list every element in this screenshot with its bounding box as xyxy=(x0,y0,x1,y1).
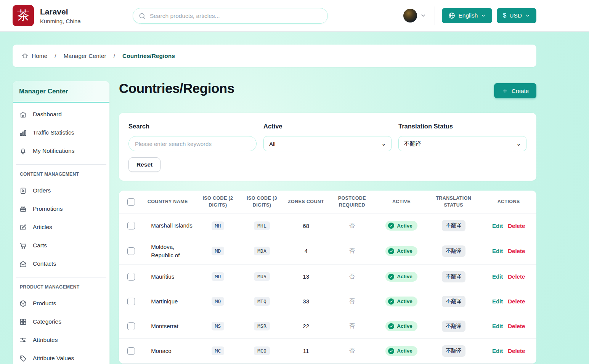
globe-icon xyxy=(448,12,456,19)
delete-link[interactable]: Delete xyxy=(508,348,525,354)
reset-button[interactable]: Reset xyxy=(128,157,160,172)
sidebar-item-label: Dashboard xyxy=(33,111,62,118)
cube-icon xyxy=(19,300,27,308)
column-header-iso3: ISO CODE (3 DIGITS) xyxy=(239,191,285,213)
sidebar-item-contacts[interactable]: Contacts xyxy=(13,255,109,273)
check-circle-icon xyxy=(388,223,394,229)
translation-status-select[interactable]: 不翻译 ⌄ xyxy=(398,136,526,151)
language-button[interactable]: English xyxy=(442,8,493,23)
sidebar-section-product-management: PRODUCT MANAGEMENT xyxy=(13,282,109,294)
delete-link[interactable]: Delete xyxy=(508,273,525,280)
check-circle-icon xyxy=(388,348,394,354)
row-checkbox[interactable] xyxy=(127,222,135,229)
breadcrumb-home[interactable]: Home xyxy=(22,53,47,59)
edit-link[interactable]: Edit xyxy=(492,273,503,280)
page-title: Countries/Regions xyxy=(119,81,234,96)
breadcrumb-separator: / xyxy=(55,53,56,59)
iso2-badge: MH xyxy=(212,221,225,230)
receipt-percent-icon xyxy=(19,187,27,195)
delete-link[interactable]: Delete xyxy=(508,298,525,305)
header-divider xyxy=(435,6,435,25)
edit-link[interactable]: Edit xyxy=(492,223,503,229)
keywords-input[interactable] xyxy=(128,136,257,151)
sidebar-divider xyxy=(16,164,106,165)
edit-link[interactable]: Edit xyxy=(492,323,503,329)
iso2-badge: MC xyxy=(212,346,225,355)
table-header-row: COUNTRY NAME ISO CODE (2 DIGITS) ISO COD… xyxy=(119,191,536,213)
zones-count: 22 xyxy=(284,314,327,338)
active-select[interactable]: All ⌄ xyxy=(263,136,392,151)
sidebar-item-label: Orders xyxy=(33,187,51,194)
country-name: Martinique xyxy=(139,289,196,314)
sidebar-item-label: Traffic Statistics xyxy=(33,129,74,136)
country-name: Malta xyxy=(139,363,196,364)
sidebar-item-traffic-statistics[interactable]: Traffic Statistics xyxy=(13,123,109,142)
table-row: Marshall Islands MH MHL 68 否 Active 不翻译 … xyxy=(119,213,536,238)
row-checkbox[interactable] xyxy=(127,322,135,330)
global-search xyxy=(133,8,328,24)
iso2-badge: MD xyxy=(212,247,225,255)
table-row: Montserrat MS MSR 22 否 Active 不翻译 EditDe… xyxy=(119,314,536,338)
app-logo[interactable]: 茶 xyxy=(13,5,34,26)
check-circle-icon xyxy=(388,248,394,254)
sidebar-item-products[interactable]: Products xyxy=(13,294,109,313)
column-header-postcode-required: POSTCODE REQUIRED xyxy=(327,191,377,213)
sidebar-item-articles[interactable]: Articles xyxy=(13,218,109,236)
postcode-required-value: 否 xyxy=(349,298,355,304)
postcode-required-value: 否 xyxy=(349,273,355,279)
chevron-down-icon: ⌄ xyxy=(517,141,521,147)
create-button[interactable]: Create xyxy=(494,83,536,98)
avatar[interactable] xyxy=(403,9,417,22)
currency-button[interactable]: $ USD xyxy=(497,8,536,23)
country-name: Monaco xyxy=(139,338,196,363)
sidebar-item-carts[interactable]: Carts xyxy=(13,236,109,255)
edit-link[interactable]: Edit xyxy=(492,348,503,354)
row-checkbox[interactable] xyxy=(127,247,135,255)
table-row: Mauritius MU MUS 13 否 Active 不翻译 EditDel… xyxy=(119,264,536,289)
search-input[interactable] xyxy=(150,13,322,19)
row-checkbox[interactable] xyxy=(127,273,135,281)
status-label: Active xyxy=(397,323,412,329)
sidebar-section-content-management: CONTENT MANAGEMENT xyxy=(13,169,109,181)
delete-link[interactable]: Delete xyxy=(508,248,525,254)
language-label: English xyxy=(459,12,478,19)
filter-panel: Search Active All ⌄ Translation Status xyxy=(119,113,536,181)
breadcrumb-manager-center[interactable]: Manager Center xyxy=(64,53,106,59)
zones-count: 33 xyxy=(284,289,327,314)
translation-filter-label: Translation Status xyxy=(398,123,526,130)
status-badge: Active xyxy=(385,246,417,256)
row-checkbox[interactable] xyxy=(127,298,135,305)
countries-table-card: COUNTRY NAME ISO CODE (2 DIGITS) ISO COD… xyxy=(119,191,536,364)
chevron-down-icon xyxy=(525,13,530,18)
row-checkbox[interactable] xyxy=(127,347,135,355)
sidebar-nav: Dashboard Traffic Statistics My Notifica… xyxy=(13,103,109,364)
filter-translation-group: Translation Status 不翻译 ⌄ xyxy=(398,123,526,151)
iso2-badge: MS xyxy=(212,322,225,330)
sidebar-item-categories[interactable]: Categories xyxy=(13,313,109,331)
sidebar-item-attribute-values[interactable]: Attribute Values xyxy=(13,349,109,364)
avatar-menu-toggle[interactable] xyxy=(420,13,426,19)
delete-link[interactable]: Delete xyxy=(508,223,525,229)
edit-link[interactable]: Edit xyxy=(492,248,503,254)
sidebar-item-orders[interactable]: Orders xyxy=(13,181,109,200)
sidebar-item-label: Contacts xyxy=(33,260,56,267)
sidebar-item-my-notifications[interactable]: My Notifications xyxy=(13,142,109,160)
sidebar-item-dashboard[interactable]: Dashboard xyxy=(13,105,109,123)
iso3-badge: MSR xyxy=(254,322,270,330)
sidebar-item-promotions[interactable]: Promotions xyxy=(13,200,109,218)
search-icon xyxy=(138,12,146,20)
grid-icon xyxy=(19,318,27,326)
select-all-checkbox[interactable] xyxy=(127,198,135,206)
sidebar-divider xyxy=(16,277,106,277)
delete-link[interactable]: Delete xyxy=(508,323,525,329)
sidebar-item-attributes[interactable]: Attributes xyxy=(13,331,109,349)
sidebar-item-label: Carts xyxy=(33,242,47,249)
iso3-badge: MUS xyxy=(254,272,270,281)
translation-status-badge: 不翻译 xyxy=(442,296,466,307)
brand-block: Laravel Kunming, China xyxy=(40,7,81,24)
home-icon xyxy=(22,53,28,59)
page-body: Home / Manager Center / Countries/Region… xyxy=(0,32,536,364)
column-header-translation-status: TRANSLATION STATUS xyxy=(426,191,481,213)
edit-link[interactable]: Edit xyxy=(492,298,503,305)
column-header-iso2: ISO CODE (2 DIGITS) xyxy=(196,191,239,213)
